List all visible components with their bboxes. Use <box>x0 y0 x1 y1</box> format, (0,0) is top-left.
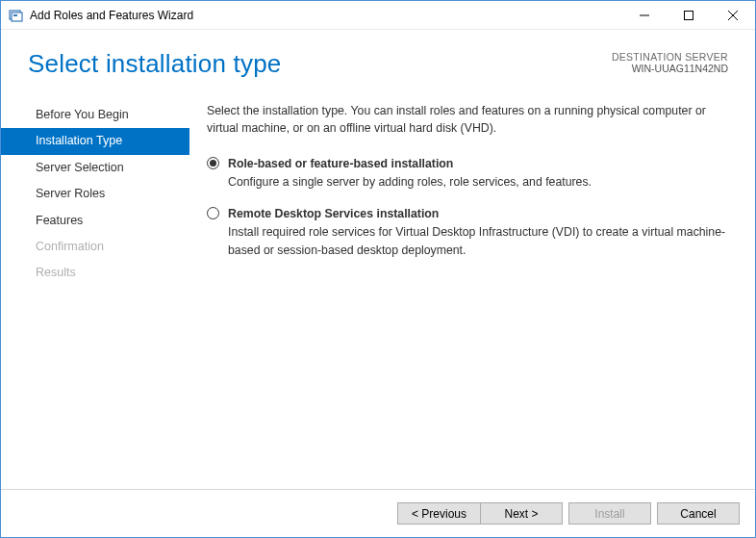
sidebar-item-server-selection[interactable]: Server Selection <box>1 155 189 181</box>
cancel-button[interactable]: Cancel <box>657 502 740 525</box>
titlebar: Add Roles and Features Wizard <box>1 1 755 30</box>
sidebar: Before You Begin Installation Type Serve… <box>1 102 189 489</box>
sidebar-item-server-roles[interactable]: Server Roles <box>1 181 189 207</box>
option-text: Remote Desktop Services installation Ins… <box>228 205 728 259</box>
option-text: Role-based or feature-based installation… <box>228 155 728 192</box>
window-title: Add Roles and Features Wizard <box>30 9 622 22</box>
option-remote-desktop[interactable]: Remote Desktop Services installation Ins… <box>207 205 728 259</box>
destination-block: DESTINATION SERVER WIN-UUAG11N42ND <box>612 49 728 74</box>
nav-button-group: < Previous Next > <box>397 502 563 525</box>
previous-button[interactable]: < Previous <box>397 502 480 525</box>
minimize-icon <box>640 11 649 20</box>
option-desc: Configure a single server by adding role… <box>228 173 728 191</box>
window-controls <box>622 1 755 29</box>
intro-text: Select the installation type. You can in… <box>207 102 728 138</box>
destination-server: WIN-UUAG11N42ND <box>612 63 728 74</box>
content-pane: Select the installation type. You can in… <box>189 102 755 489</box>
install-button: Install <box>568 502 651 525</box>
svg-rect-4 <box>685 11 693 19</box>
body: Before You Begin Installation Type Serve… <box>1 79 755 489</box>
radio-remote-desktop[interactable] <box>207 207 219 219</box>
page-title: Select installation type <box>28 49 282 79</box>
option-desc: Install required role services for Virtu… <box>228 223 728 259</box>
sidebar-item-before-you-begin[interactable]: Before You Begin <box>1 102 189 128</box>
footer: < Previous Next > Install Cancel <box>1 489 755 537</box>
close-button[interactable] <box>711 1 755 29</box>
header: Select installation type DESTINATION SER… <box>1 30 755 79</box>
radio-role-based[interactable] <box>207 157 219 169</box>
sidebar-item-features[interactable]: Features <box>1 208 189 234</box>
svg-rect-1 <box>12 13 22 21</box>
option-title: Role-based or feature-based installation <box>228 155 728 172</box>
close-icon <box>728 11 738 20</box>
wizard-window: Add Roles and Features Wizard Select ins… <box>0 0 756 538</box>
sidebar-item-installation-type[interactable]: Installation Type <box>1 128 189 154</box>
svg-rect-2 <box>13 14 17 16</box>
destination-label: DESTINATION SERVER <box>612 51 728 63</box>
sidebar-item-confirmation: Confirmation <box>1 234 189 260</box>
option-role-based[interactable]: Role-based or feature-based installation… <box>207 155 728 192</box>
maximize-button[interactable] <box>667 1 711 29</box>
sidebar-item-results: Results <box>1 260 189 286</box>
option-title: Remote Desktop Services installation <box>228 205 728 222</box>
maximize-icon <box>684 11 693 20</box>
app-icon <box>9 8 24 23</box>
next-button[interactable]: Next > <box>480 502 563 525</box>
minimize-button[interactable] <box>622 1 667 29</box>
